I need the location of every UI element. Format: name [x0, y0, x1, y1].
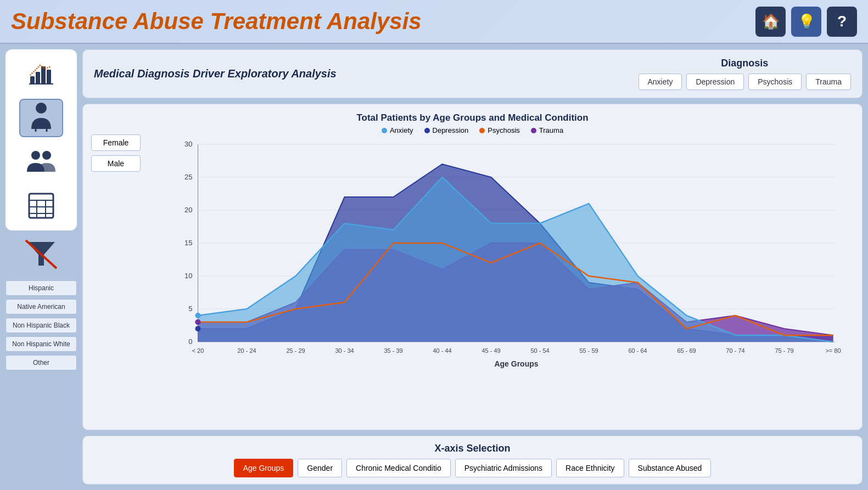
- svg-text:>= 80: >= 80: [825, 347, 841, 354]
- depression-label: Depression: [433, 126, 469, 134]
- other-filter[interactable]: Other: [5, 355, 77, 370]
- native-american-filter[interactable]: Native American: [5, 299, 77, 314]
- chart-legend: Anxiety Depression Psychosis Trauma: [91, 126, 854, 134]
- depression-dot: [424, 128, 430, 133]
- svg-point-54: [195, 319, 201, 325]
- xaxis-panel: X-axis Selection Age Groups Gender Chron…: [82, 436, 863, 485]
- non-hispanic-white-filter[interactable]: Non Hispanic White: [5, 336, 77, 352]
- svg-point-8: [31, 151, 40, 160]
- svg-text:0: 0: [188, 337, 192, 346]
- svg-text:Age Groups: Age Groups: [494, 359, 538, 368]
- xaxis-chronic[interactable]: Chronic Medical Conditio: [346, 459, 451, 477]
- non-hispanic-black-filter[interactable]: Non Hispanic Black: [5, 318, 77, 333]
- sidebar-person[interactable]: [19, 99, 63, 137]
- svg-text:70 - 74: 70 - 74: [726, 347, 744, 354]
- chart-title: Total Patients by Age Groups and Medical…: [91, 112, 854, 123]
- analysis-subtitle: Medical Diagnosis Driver Exploratory Ana…: [94, 67, 639, 80]
- svg-text:35 - 39: 35 - 39: [384, 347, 402, 354]
- home-button[interactable]: 🏠: [755, 7, 786, 37]
- psychosis-button[interactable]: Psychosis: [748, 74, 802, 90]
- chart-svg-container: 0 5 10 15 20 25 30 < 20: [152, 139, 854, 369]
- svg-point-51: [195, 313, 201, 318]
- depression-button[interactable]: Depression: [686, 74, 744, 90]
- diagnosis-title-section: Medical Diagnosis Driver Exploratory Ana…: [94, 67, 639, 80]
- trauma-button[interactable]: Trauma: [806, 74, 851, 90]
- main-layout: Hispanic Native American Non Hispanic Bl…: [0, 44, 868, 490]
- svg-text:40 - 44: 40 - 44: [433, 347, 451, 354]
- svg-rect-3: [47, 70, 51, 84]
- diagnosis-label: Diagnosis: [721, 58, 768, 69]
- svg-text:30 - 34: 30 - 34: [335, 347, 354, 354]
- anxiety-label: Anxiety: [390, 126, 413, 134]
- svg-text:20: 20: [184, 206, 192, 214]
- hispanic-filter[interactable]: Hispanic: [5, 280, 77, 296]
- svg-text:75 - 79: 75 - 79: [775, 347, 793, 354]
- legend-psychosis: Psychosis: [479, 126, 520, 134]
- header-icon-group: 🏠 💡 ?: [755, 7, 857, 37]
- svg-rect-10: [29, 194, 53, 218]
- svg-text:30: 30: [184, 140, 192, 148]
- xaxis-race[interactable]: Race Ethnicity: [556, 459, 624, 477]
- svg-rect-2: [41, 66, 46, 84]
- sidebar-bar-chart[interactable]: [19, 55, 63, 93]
- header: Substance Abuse Treatment Analysis 🏠 💡 ?: [0, 0, 868, 44]
- sidebar-table[interactable]: [19, 187, 63, 225]
- svg-point-52: [195, 326, 201, 331]
- svg-text:60 - 64: 60 - 64: [628, 347, 647, 354]
- chart-svg: 0 5 10 15 20 25 30 < 20: [152, 139, 854, 369]
- svg-text:45 - 49: 45 - 49: [481, 347, 500, 354]
- svg-text:25 - 29: 25 - 29: [286, 347, 305, 354]
- xaxis-button-group: Age Groups Gender Chronic Medical Condit…: [94, 459, 851, 477]
- chart-panel: Female Male Total Patients by Age Groups…: [82, 104, 863, 430]
- svg-text:10: 10: [184, 272, 192, 280]
- female-button[interactable]: Female: [91, 134, 141, 151]
- svg-text:5: 5: [188, 305, 192, 313]
- psychosis-dot: [479, 128, 485, 133]
- diagnosis-right: Diagnosis Anxiety Depression Psychosis T…: [639, 58, 852, 90]
- anxiety-button[interactable]: Anxiety: [639, 74, 682, 90]
- xaxis-gender[interactable]: Gender: [298, 459, 342, 477]
- svg-point-9: [42, 151, 51, 160]
- gender-filter-group: Female Male: [91, 134, 141, 172]
- app-title: Substance Abuse Treatment Analysis: [11, 8, 422, 35]
- no-filter-button[interactable]: [5, 235, 77, 274]
- xaxis-title: X-axis Selection: [94, 443, 851, 454]
- svg-text:50 - 54: 50 - 54: [530, 347, 549, 354]
- svg-text:25: 25: [184, 173, 192, 181]
- xaxis-substance[interactable]: Substance Abused: [629, 459, 712, 477]
- svg-text:55 - 59: 55 - 59: [579, 347, 598, 354]
- lightbulb-button[interactable]: 💡: [791, 7, 821, 37]
- legend-anxiety: Anxiety: [382, 126, 413, 134]
- trauma-dot: [531, 128, 536, 133]
- race-filter-group: Hispanic Native American Non Hispanic Bl…: [5, 280, 77, 370]
- sidebar-nav: [5, 49, 77, 230]
- svg-text:< 20: < 20: [192, 347, 204, 354]
- svg-rect-0: [30, 76, 35, 84]
- legend-trauma: Trauma: [531, 126, 563, 134]
- diagnosis-button-group: Anxiety Depression Psychosis Trauma: [639, 74, 852, 90]
- sidebar: Hispanic Native American Non Hispanic Bl…: [5, 49, 77, 485]
- legend-depression: Depression: [424, 126, 469, 134]
- help-button[interactable]: ?: [827, 7, 857, 37]
- svg-text:15: 15: [184, 239, 192, 247]
- svg-text:20 - 24: 20 - 24: [237, 347, 256, 354]
- xaxis-psychiatric[interactable]: Psychiatric Admissions: [455, 459, 552, 477]
- svg-point-5: [36, 103, 47, 114]
- male-button[interactable]: Male: [91, 155, 141, 172]
- content-area: Medical Diagnosis Driver Exploratory Ana…: [82, 49, 863, 485]
- anxiety-dot: [382, 128, 387, 133]
- sidebar-group[interactable]: [19, 143, 63, 181]
- psychosis-label: Psychosis: [488, 126, 520, 134]
- trauma-label: Trauma: [539, 126, 563, 134]
- xaxis-age-groups[interactable]: Age Groups: [234, 459, 294, 477]
- svg-text:65 - 69: 65 - 69: [677, 347, 696, 354]
- diagnosis-panel: Medical Diagnosis Driver Exploratory Ana…: [82, 49, 863, 98]
- svg-rect-1: [36, 72, 40, 84]
